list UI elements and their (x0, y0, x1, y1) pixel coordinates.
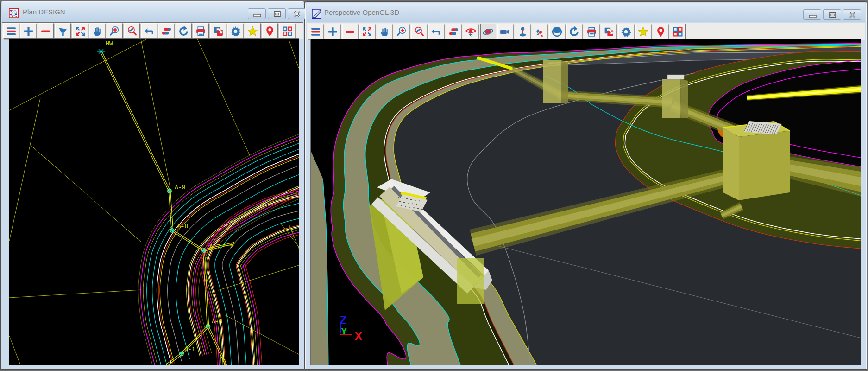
svg-text:A-6: A-6 (212, 318, 222, 325)
svg-text:HW: HW (106, 40, 113, 47)
svg-text:A-7: A-7 (209, 243, 220, 250)
svg-text:A-9: A-9 (175, 184, 185, 191)
svg-text:D-1: D-1 (184, 346, 195, 353)
svg-text:A-8: A-8 (177, 223, 188, 230)
svg-text:X: X (355, 330, 362, 342)
